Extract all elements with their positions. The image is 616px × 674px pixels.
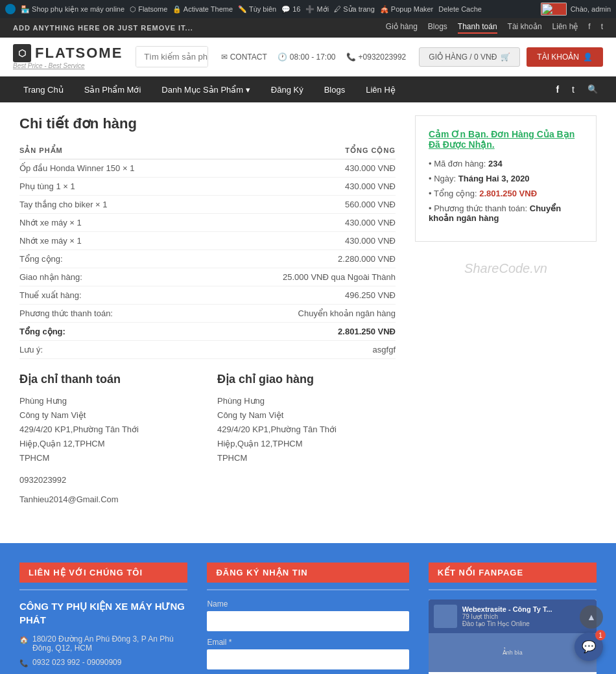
nav-dangky[interactable]: Đăng Ký [261, 77, 314, 102]
footer-name-input[interactable] [207, 611, 409, 631]
admin-activate[interactable]: 🔒 Activate Theme [172, 5, 233, 14]
item-total: 430.000 VNĐ [209, 178, 396, 196]
admin-bar: 🏪 Shop phụ kiện xe máy online ⬡ Flatsome… [0, 0, 616, 18]
admin-customize[interactable]: ✏️ Tùy biên [238, 5, 276, 14]
footer-address: 180/20 Đường An Phú Đông 3, P An Phú Đôn… [32, 634, 187, 653]
billing-city: Hiệp,Quận 12,TPHCM [19, 439, 105, 448]
nav-trangchu[interactable]: Trang Chủ [13, 77, 74, 102]
shipping-name: Phùng Hưng [217, 396, 265, 406]
footer-divider-3 [429, 589, 597, 590]
note-value: asgfgf [209, 341, 396, 359]
sharecode-logo [541, 3, 567, 16]
subtotal-value: 2.280.000 VNĐ [209, 250, 396, 268]
search-input[interactable] [136, 47, 207, 67]
footer-subscribe-form: Name Email * SUBSCRIBE [207, 599, 409, 674]
site-footer: LIÊN HỆ VỚI CHÚNG TÔI CÔNG TY PHỤ KIỆN X… [0, 543, 616, 674]
cart-button[interactable]: GIỎ HÀNG / 0 VNĐ 🛒 [419, 47, 520, 67]
admin-popup[interactable]: 🎪 Popup Maker [380, 5, 434, 14]
top-link-lienhe[interactable]: Liên hệ [552, 22, 578, 34]
logo-link[interactable]: ⬡ FLATSOME [13, 44, 123, 62]
fb-info: Webextrasite - Công Ty T... 79 lượt thíc… [462, 605, 552, 627]
top-link-blogs[interactable]: Blogs [428, 22, 447, 34]
total-label: Tổng cộng: [19, 323, 209, 341]
admin-site-name[interactable]: 🏪 Shop phụ kiện xe máy online [21, 5, 124, 14]
logo-tagline[interactable]: Best Price - Best Service [13, 62, 85, 69]
name-label: Name [207, 599, 409, 609]
item-name: Phụ tùng 1 × 1 [19, 178, 209, 196]
fb-preview-header: Webextrasite - Công Ty T... 79 lượt thíc… [429, 599, 597, 633]
footer-phone[interactable]: 0932 023 992 - 09090909 [32, 658, 121, 667]
item-name: Ốp đầu Honda Winner 150 × 1 [19, 159, 209, 178]
top-link-giohangt[interactable]: Giỏ hàng [386, 22, 418, 34]
top-link-taikhoan[interactable]: Tài khoản [508, 22, 542, 34]
note-label: Lưu ý: [19, 341, 209, 359]
nav-blogs[interactable]: Blogs [314, 77, 356, 102]
admin-greeting: Chào, admin [571, 5, 611, 13]
phone-icon: 📞 [346, 52, 356, 62]
wp-logo-icon [5, 4, 16, 14]
tax-value: 496.250 VNĐ [209, 286, 396, 305]
payment-value: Chuyển khoản ngân hàng [209, 305, 396, 323]
nav-lienhe[interactable]: Liên Hệ [355, 77, 406, 102]
admin-flatsome[interactable]: ⬡ Flatsome [130, 5, 167, 14]
footer-divider-2 [207, 589, 409, 590]
footer-columns: LIÊN HỆ VỚI CHÚNG TÔI CÔNG TY PHỤ KIỆN X… [19, 563, 597, 674]
admin-comments[interactable]: 💬 16 [281, 5, 300, 14]
total-value: 2.801.250 VNĐ [209, 323, 396, 341]
nav-twitter-icon[interactable]: t [567, 76, 580, 102]
summary-order-no: • Mã đơn hàng: 234 [429, 159, 583, 168]
top-link-tw[interactable]: t [601, 22, 603, 34]
shipping-company: Công ty Nam Việt [217, 410, 283, 420]
contact-info: ✉ CONTACT 🕐 08:00 - 17:00 📞 +0932023992 [221, 52, 407, 62]
nav-danhmuc[interactable]: Danh Mục Sản Phẩm ▾ [151, 77, 261, 102]
billing-region: TPHCM [19, 453, 49, 463]
admin-right-area: Chào, admin [541, 3, 611, 16]
chat-button[interactable]: 💬 1 [575, 633, 603, 661]
promo-text: ADD ANYTHING HERE OR JUST REMOVE IT... [13, 24, 379, 32]
footer-address-item: 🏠 180/20 Đường An Phú Đông 3, P An Phú Đ… [19, 634, 187, 653]
item-name: Tay thắng cho biker × 1 [19, 196, 209, 214]
summary-total-value: 2.801.250 VNĐ [479, 189, 537, 198]
footer-email-input[interactable] [207, 649, 409, 669]
sharecode-watermark: ShareCode.vn [415, 261, 597, 276]
scroll-top-button[interactable]: ▲ [580, 605, 603, 629]
nav-sanpham-moi[interactable]: Sản Phẩm Mới [74, 77, 152, 102]
top-link-thanhtoan[interactable]: Thanh toán [458, 22, 497, 34]
billing-phone[interactable]: 0932023992 [19, 475, 66, 485]
admin-cache[interactable]: Delete Cache [438, 5, 482, 13]
order-table-row: Ốp đầu Honda Winner 150 × 1430.000 VNĐ [19, 159, 396, 178]
shipping-address: 429/4/20 KP1,Phường Tân Thới [217, 424, 337, 434]
account-button[interactable]: TÀI KHOẢN 👤 [527, 47, 603, 67]
shipping-address-block: Địa chỉ giao hàng Phùng Hưng Công ty Nam… [217, 372, 396, 504]
order-table-row: Tay thắng cho biker × 1560.000 VNĐ [19, 196, 396, 214]
summary-card: Cảm Ơn Bạn. Đơn Hàng Của Bạn Đã Được Nhậ… [415, 115, 597, 242]
page-content: Chi tiết đơn hàng SẢN PHẨM TỔNG CỘNG Ốp … [0, 102, 616, 517]
summary-order-value: 234 [488, 159, 503, 168]
mail-icon: ✉ [221, 52, 228, 62]
cart-label: GIỎ HÀNG / 0 VNĐ [429, 52, 497, 62]
shipping-value: 25.000 VNĐ qua Ngoài Thành [209, 268, 396, 286]
contact-phone: +0932023992 [359, 52, 407, 62]
nav-search-icon[interactable]: 🔍 [582, 76, 603, 102]
summary-date-value: Tháng Hai 3, 2020 [458, 174, 530, 183]
nav-facebook-icon[interactable]: f [551, 76, 564, 102]
item-total: 430.000 VNĐ [209, 232, 396, 250]
summary-payment: • Phương thức thanh toán: Chuyển khoản n… [429, 203, 583, 223]
fb-page-likes: 79 lượt thích [462, 613, 552, 620]
footer-fanpage-col: KẾT NỐI FANPAGE Webextrasite - Công Ty T… [429, 563, 597, 674]
order-details-section: Chi tiết đơn hàng SẢN PHẨM TỔNG CỘNG Ốp … [19, 115, 396, 504]
top-link-fb[interactable]: f [588, 22, 590, 34]
billing-email[interactable]: Tanhieu2014@Gmail.Com [19, 494, 119, 504]
phone-area: 📞 +0932023992 [346, 52, 407, 62]
order-table: SẢN PHẨM TỔNG CỘNG Ốp đầu Honda Winner 1… [19, 143, 396, 359]
logo-name: FLATSOME [35, 45, 123, 62]
admin-edit-page[interactable]: 🖊 Sửa trang [334, 5, 375, 14]
clock-icon: 🕐 [278, 52, 287, 62]
billing-address-block: Địa chỉ thanh toán Phùng Hưng Công ty Na… [19, 372, 198, 504]
shipping-via: qua Ngoài Thành [331, 272, 396, 282]
fb-page-subtext: Đào tạo Tin Học Online [462, 620, 552, 627]
shipping-label: Giao nhận hàng: [19, 268, 209, 286]
contact-label: CONTACT [230, 52, 267, 62]
shipping-region: TPHCM [217, 453, 247, 463]
admin-new[interactable]: ➕ Mới [305, 5, 329, 14]
